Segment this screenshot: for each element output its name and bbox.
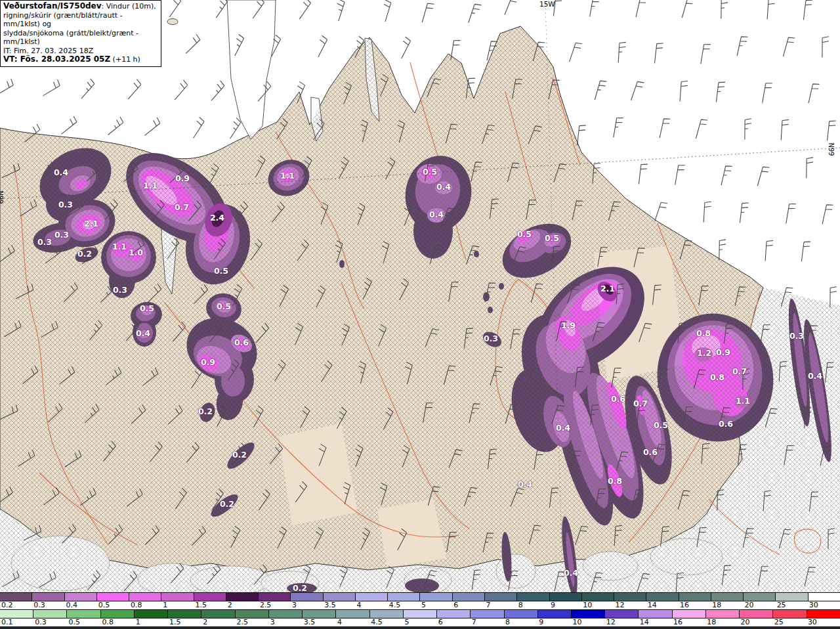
colorbar-cell xyxy=(0,593,32,601)
colorbar-tick-label: 10 xyxy=(571,618,604,626)
bottom-strip xyxy=(0,626,840,629)
colorbar-tick-label: 8 xyxy=(504,618,537,626)
colorbar-tick-label: 9 xyxy=(549,601,581,609)
colorbar-cell xyxy=(744,593,776,601)
colorbar-cell xyxy=(605,610,639,618)
colorbar-cell xyxy=(614,593,646,601)
colorbar-tick-label: 16 xyxy=(672,618,705,626)
colorbar-tick-label: 0.2 xyxy=(0,601,32,609)
colorbar-cell xyxy=(437,610,471,618)
colorbar-cell xyxy=(33,610,67,618)
init-time: IT: Fim. 27. 03. 2025 18Z xyxy=(3,47,158,56)
colorbar-cell xyxy=(129,593,161,601)
colorbar-cell xyxy=(336,610,369,618)
colorbar-cell xyxy=(404,610,437,618)
colorbar-cell xyxy=(0,610,33,618)
colorbar-tick-label: 18 xyxy=(711,601,743,609)
colorbar-cell xyxy=(646,593,679,601)
colorbar-cell xyxy=(453,593,485,601)
colorbar-tick-label: 18 xyxy=(705,618,739,626)
colorbar-cell xyxy=(550,593,582,601)
colorbar-cell xyxy=(303,610,336,618)
colorbar-cell xyxy=(538,610,572,618)
colorbar-cell xyxy=(161,593,194,601)
colorbar-tick-label: 8 xyxy=(517,601,549,609)
colorbar-tick-label: 1.5 xyxy=(194,601,226,609)
colorbar-cell xyxy=(673,610,706,618)
meridian-label: 15W xyxy=(539,0,555,8)
colorbar-tick-label: 0.5 xyxy=(97,601,129,609)
colorbar-cell xyxy=(269,610,303,618)
product-name: Veðurstofan/IS750dev xyxy=(3,1,102,11)
colorbar-cell xyxy=(471,610,504,618)
colorbar-tick-label: 2 xyxy=(226,601,259,609)
colorbar-tick-label: 2 xyxy=(201,618,235,626)
colorbar-tick-label: 1.5 xyxy=(168,618,201,626)
colorbar-cell xyxy=(97,593,129,601)
colorbar-tick-label: 5 xyxy=(403,618,436,626)
colorbar-cell xyxy=(808,593,840,601)
map-canvas xyxy=(0,0,840,592)
colorbar-tick-label: 3.5 xyxy=(303,618,336,626)
colorbar-tick-label: 0.3 xyxy=(33,618,67,626)
colorbar-cell xyxy=(201,610,235,618)
rain-colorbar-labels: 0.10.30.50.811.522.533.544.5567891012141… xyxy=(0,618,840,626)
colorbar-tick-label: 25 xyxy=(776,601,808,609)
colorbar-tick-label: 25 xyxy=(773,618,807,626)
colorbar-cell xyxy=(168,610,201,618)
colorbar-tick-label: 0.1 xyxy=(0,618,33,626)
colorbar-tick-label: 5 xyxy=(420,601,452,609)
colorbar-cell xyxy=(388,593,420,601)
title-box: Veðurstofan/IS750dev: Vindur (10m), rign… xyxy=(0,0,161,67)
colorbar-tick-label: 12 xyxy=(605,618,639,626)
colorbar-tick-label: 3 xyxy=(291,601,323,609)
colorbar-cell xyxy=(67,610,100,618)
colorbar-cell xyxy=(582,593,614,601)
weather-map-page: 0.40.32.10.30.30.21.11.00.31.10.90.72.40… xyxy=(0,0,840,629)
colorbar-cell xyxy=(776,593,808,601)
colorbar-cell xyxy=(259,593,291,601)
colorbar-tick-label: 0.5 xyxy=(67,618,100,626)
colorbar-tick-label: 1 xyxy=(161,601,194,609)
colorbar-cell xyxy=(101,610,135,618)
sleet-snow-colorbar-labels: 0.20.30.40.50.811.522.533.544.5567891012… xyxy=(0,601,840,609)
colorbar-cell xyxy=(356,593,388,601)
colorbar-tick-label: 20 xyxy=(743,601,775,609)
colorbar-cell xyxy=(639,610,672,618)
colorbar-tick-label: 30 xyxy=(808,601,840,609)
colorbar-tick-label: 7 xyxy=(471,618,504,626)
colorbar-tick-label: 14 xyxy=(639,618,672,626)
colorbar-cell xyxy=(773,610,807,618)
colorbar-tick-label: 0.4 xyxy=(64,601,96,609)
colorbar-cell xyxy=(236,610,269,618)
colorbar-cell xyxy=(485,593,517,601)
colorbar-tick-label: 6 xyxy=(452,601,484,609)
title-line-3: slydda/snjókoma (grátt/bleikt/grænt - mm… xyxy=(3,29,158,47)
colorbar-cell xyxy=(370,610,404,618)
colorbar-cell xyxy=(740,610,773,618)
colorbar-cell xyxy=(807,610,840,618)
colorbar-tick-label: 2.5 xyxy=(259,601,291,609)
island xyxy=(167,19,178,25)
colorbar-cell xyxy=(32,593,64,601)
valid-time: VT: Fös. 28.03.2025 05Z (+11 h) xyxy=(3,55,158,64)
colorbar-tick-label: 6 xyxy=(437,618,471,626)
colorbar-tick-label: 4.5 xyxy=(369,618,403,626)
colorbar-cell xyxy=(517,593,549,601)
title-line-1: Veðurstofan/IS750dev: Vindur (10m), xyxy=(3,2,158,11)
colorbar-tick-label: 9 xyxy=(537,618,571,626)
colorbar-tick-label: 4.5 xyxy=(388,601,420,609)
latitude-label-left: 66N xyxy=(0,190,5,204)
colorbar-tick-label: 0.3 xyxy=(32,601,64,609)
colorbar-cell xyxy=(679,593,711,601)
latitude-label-right: 66N xyxy=(828,142,835,156)
colorbar-tick-label: 16 xyxy=(679,601,711,609)
colorbar-cell xyxy=(572,610,605,618)
colorbar-tick-label: 7 xyxy=(485,601,517,609)
colorbar-cell xyxy=(324,593,356,601)
title-line-2: rigning/skúrir (grænt/blátt/rautt - mm/1… xyxy=(3,11,158,29)
rain-colorbar xyxy=(0,609,840,618)
colorbar-cell xyxy=(420,593,452,601)
colorbar-cell xyxy=(505,610,538,618)
colorbar-cell xyxy=(711,593,744,601)
